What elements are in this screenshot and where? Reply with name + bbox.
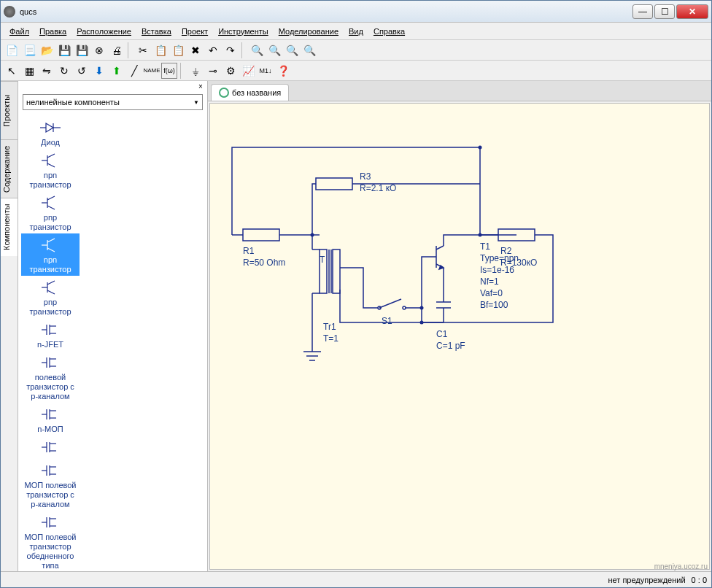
copy-icon[interactable]: 📋	[152, 42, 169, 58]
menubar: Файл Правка Расположение Вставка Проект …	[1, 23, 711, 40]
marker-icon[interactable]: M1↓	[258, 63, 274, 79]
svg-point-70	[479, 146, 482, 150]
help-icon[interactable]: ❓	[275, 63, 291, 79]
component-njfet[interactable]: n-JFET	[21, 318, 80, 351]
select-icon[interactable]: ↖	[4, 63, 20, 79]
graph-icon[interactable]: 📈	[240, 63, 256, 79]
s1-name: S1	[382, 316, 392, 326]
close-button[interactable]: ✕	[676, 4, 708, 19]
app-icon	[4, 6, 15, 18]
component-depmosfet[interactable]: МОП полевой транзистор обедненного типа	[21, 511, 80, 571]
menu-file[interactable]: Файл	[5, 26, 34, 37]
svg-marker-1	[46, 123, 53, 132]
menu-view[interactable]: Вид	[344, 26, 368, 37]
maximize-button[interactable]: ☐	[654, 4, 675, 19]
menu-project[interactable]: Проект	[177, 26, 212, 37]
t1-p2: Is=1e-16	[480, 265, 514, 275]
ground-icon[interactable]: ⏚	[187, 63, 204, 79]
minimize-button[interactable]: —	[632, 4, 653, 19]
r3-name: R3	[360, 171, 371, 182]
rotate2-icon[interactable]: ↺	[74, 63, 90, 79]
zoom-in-icon[interactable]: 🔍	[249, 42, 265, 58]
menu-layout[interactable]: Расположение	[72, 26, 136, 37]
menu-insert[interactable]: Вставка	[137, 26, 176, 37]
svg-point-72	[479, 233, 482, 237]
tab-label: без названия	[232, 88, 281, 97]
svg-rect-79	[333, 249, 340, 293]
arrow-up-icon[interactable]: ⬆	[109, 63, 125, 79]
svg-line-10	[47, 196, 55, 200]
port-icon[interactable]: ⊸	[205, 63, 221, 79]
svg-line-15	[47, 248, 55, 252]
equation-icon[interactable]: f(ω)	[161, 63, 177, 79]
svg-point-86	[403, 306, 406, 309]
svg-line-87	[379, 299, 401, 308]
svg-line-90	[436, 246, 444, 249]
components-panel: × нелинейные компоненты ▼ Диодnpn транзи…	[18, 81, 208, 571]
component-pnp[interactable]: pnp транзистор	[21, 191, 80, 233]
new-icon[interactable]: 📄	[4, 42, 20, 58]
paste-icon[interactable]: 📋	[170, 42, 186, 58]
svg-line-14	[47, 239, 55, 242]
save-all-icon[interactable]: 💾	[74, 42, 90, 58]
t1-p4: Vaf=0	[480, 288, 503, 298]
schematic-canvas[interactable]: R3 R=2.1 кО R1 R=50 Ohm R2 R=130кО	[209, 103, 710, 570]
delete-icon[interactable]: ✖	[187, 42, 204, 58]
component-pfet[interactable]: полевой транзистор с p-каналом	[21, 351, 80, 403]
wire-icon[interactable]: ╱	[126, 63, 142, 79]
menu-tools[interactable]: Инструменты	[214, 26, 273, 37]
cut-icon[interactable]: ✂	[135, 42, 151, 58]
close-doc-icon[interactable]: ⊗	[91, 42, 107, 58]
zoom-reset-icon[interactable]: 🔍	[301, 42, 317, 58]
sidetab-content[interactable]: Содержание	[1, 139, 18, 198]
new-text-icon[interactable]: 📃	[21, 42, 37, 58]
component-nmos[interactable]: n-МОП	[21, 403, 80, 436]
t1-p1: Type=npn	[480, 253, 519, 263]
window-title: qucs	[20, 7, 36, 16]
rotate-icon[interactable]: ↻	[56, 63, 72, 79]
component-label: Диод	[23, 138, 78, 147]
titlebar[interactable]: qucs — ☐ ✕	[1, 1, 711, 23]
menu-help[interactable]: Справка	[369, 26, 409, 37]
component-pmosfet[interactable]: МОП полевой транзистор с p-каналом	[21, 459, 80, 511]
dropdown-value: нелинейные компоненты	[26, 98, 120, 107]
component-blank[interactable]	[21, 436, 80, 459]
category-dropdown[interactable]: нелинейные компоненты ▼	[23, 94, 203, 110]
redo-icon[interactable]: ↷	[222, 42, 239, 58]
name-icon[interactable]: NAME	[144, 63, 160, 79]
c1-value: C=1 pF	[436, 341, 465, 351]
tab-untitled[interactable]: без названия	[211, 84, 289, 101]
c1-name: C1	[436, 329, 448, 339]
component-npn[interactable]: npn транзистор	[21, 149, 80, 191]
menu-simulation[interactable]: Моделирование	[274, 26, 343, 37]
panel-close-icon[interactable]: ×	[196, 82, 206, 93]
gear-icon[interactable]: ⚙	[222, 63, 239, 79]
t1-p3: Nf=1	[480, 276, 499, 287]
svg-line-19	[47, 290, 55, 294]
gear-icon	[219, 88, 229, 98]
menu-edit[interactable]: Правка	[35, 26, 71, 37]
svg-rect-76	[243, 229, 279, 241]
undo-icon[interactable]: ↶	[205, 42, 221, 58]
zoom-out-icon[interactable]: 🔍	[266, 42, 282, 58]
component-list: Диодnpn транзисторpnp транзисторnpn тран…	[18, 113, 207, 571]
component-label: n-МОП	[23, 425, 78, 434]
zoom-fit-icon[interactable]: 🔍	[284, 42, 300, 58]
component-pnp2[interactable]: pnp транзистор	[21, 276, 80, 318]
mirror-icon[interactable]: ⇋	[39, 63, 55, 79]
sidetab-components[interactable]: Компоненты	[1, 198, 18, 256]
component-icon[interactable]: ▦	[21, 63, 37, 79]
component-diode[interactable]: Диод	[21, 116, 80, 149]
save-icon[interactable]: 💾	[56, 42, 72, 58]
sidetab-projects[interactable]: Проекты	[1, 81, 18, 139]
component-npn2[interactable]: npn транзистор	[21, 233, 80, 276]
r1-value: R=50 Ohm	[243, 258, 285, 268]
open-icon[interactable]: 📂	[39, 42, 55, 58]
arrow-down-icon[interactable]: ⬇	[91, 63, 107, 79]
svg-line-11	[47, 206, 55, 209]
component-label: МОП полевой транзистор обедненного типа	[23, 533, 78, 570]
statusbar: нет предупреждений 0 : 0	[1, 571, 711, 587]
print-icon[interactable]: 🖨	[109, 42, 125, 58]
toolbar-2: ↖ ▦ ⇋ ↻ ↺ ⬇ ⬆ ╱ NAME f(ω) ⏚ ⊸ ⚙ 📈 M1↓ ❓	[1, 61, 711, 81]
svg-marker-92	[439, 266, 444, 269]
